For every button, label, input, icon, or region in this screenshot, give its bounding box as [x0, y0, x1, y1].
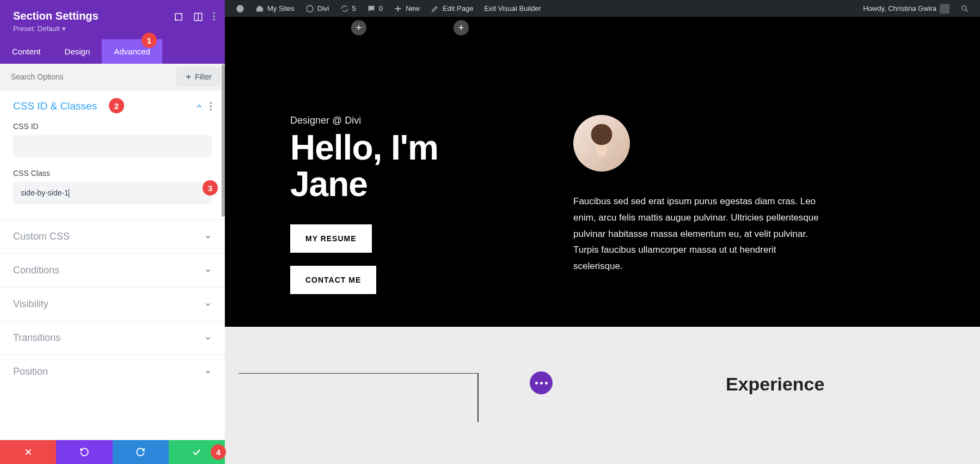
svg-point-7 — [236, 5, 243, 12]
accordion-custom-css[interactable]: Custom CSS — [0, 219, 225, 253]
css-class-label: CSS Class — [13, 169, 212, 178]
settings-sidebar: Section Settings Preset: Default ▾ Conte… — [0, 0, 225, 464]
bottom-bar: 4 — [0, 440, 225, 464]
settings-tabs: Content Design Advanced — [0, 39, 225, 64]
experience-title: Experience — [726, 374, 824, 395]
accordion-conditions[interactable]: Conditions — [0, 253, 225, 287]
css-class-input[interactable]: side-by-side-1 — [13, 182, 212, 204]
sidebar-header: Section Settings Preset: Default ▾ — [0, 0, 225, 39]
section-open-title: CSS ID & Classes — [13, 100, 97, 112]
cancel-button[interactable] — [0, 440, 56, 464]
hero-description: Faucibus sed sed erat ipsum purus egesta… — [573, 193, 824, 274]
profile-avatar — [573, 115, 630, 172]
chevron-up-icon[interactable] — [195, 102, 203, 110]
hero-section: + + Designer @ Divi Hello, I'm Jane MY R… — [225, 17, 980, 327]
resume-button[interactable]: MY RESUME — [290, 224, 372, 253]
decorative-line — [238, 373, 696, 422]
edit-page-link[interactable]: Edit Page — [425, 4, 479, 13]
expand-icon[interactable] — [174, 12, 183, 22]
search-row: Filter — [0, 64, 225, 90]
annotation-badge-1: 1 — [142, 33, 157, 48]
user-avatar-icon — [940, 4, 950, 14]
site-name-link[interactable]: Divi — [300, 4, 335, 13]
accordion-visibility[interactable]: Visibility — [0, 287, 225, 321]
new-link[interactable]: New — [388, 4, 425, 13]
wp-admin-bar: My Sites Divi 5 0 New Edit Page Exit Vis… — [225, 0, 980, 17]
css-id-label: CSS ID — [13, 122, 212, 131]
exit-visual-builder-link[interactable]: Exit Visual Builder — [479, 4, 547, 13]
howdy-user[interactable]: Howdy, Christina Gwira — [857, 4, 955, 14]
chevron-down-icon — [204, 233, 212, 241]
accordion-transitions[interactable]: Transitions — [0, 321, 225, 355]
add-module-button[interactable]: + — [351, 20, 366, 35]
chevron-down-icon — [204, 267, 212, 274]
contact-button[interactable]: CONTACT ME — [290, 266, 376, 294]
experience-section: Experience — [225, 327, 980, 359]
hero-title: Hello, I'm Jane — [290, 130, 519, 203]
annotation-badge-4: 4 — [211, 444, 226, 460]
chevron-down-icon — [204, 368, 212, 376]
my-sites-link[interactable]: My Sites — [250, 4, 300, 13]
chevron-down-icon — [204, 334, 212, 342]
svg-point-8 — [307, 5, 313, 12]
add-module-button[interactable]: + — [454, 20, 469, 35]
svg-point-11 — [962, 5, 966, 10]
hero-subtitle: Designer @ Divi — [290, 115, 519, 126]
chevron-down-icon — [204, 301, 212, 308]
svg-rect-0 — [175, 14, 182, 20]
tab-content[interactable]: Content — [0, 39, 53, 64]
annotation-badge-2: 2 — [109, 98, 124, 113]
save-button[interactable]: 4 — [169, 440, 225, 464]
filter-button[interactable]: Filter — [176, 67, 220, 87]
search-input[interactable] — [0, 65, 176, 89]
filter-label: Filter — [195, 72, 212, 81]
section-more-icon[interactable] — [210, 102, 212, 111]
wp-logo-icon[interactable] — [230, 4, 250, 13]
main-canvas: My Sites Divi 5 0 New Edit Page Exit Vis… — [225, 0, 980, 464]
layout-icon[interactable] — [193, 12, 203, 22]
comments-link[interactable]: 0 — [362, 4, 388, 13]
accordion-position[interactable]: Position — [0, 355, 225, 388]
undo-button[interactable] — [56, 440, 112, 464]
svg-line-12 — [966, 10, 967, 11]
annotation-badge-3: 3 — [203, 180, 218, 196]
updates-link[interactable]: 5 — [335, 4, 362, 13]
preset-select[interactable]: Preset: Default ▾ — [13, 25, 212, 33]
panel-body: CSS ID & Classes 2 CSS ID CSS Class side… — [0, 90, 225, 440]
search-icon[interactable] — [955, 4, 975, 13]
more-icon[interactable] — [213, 12, 215, 21]
css-id-input[interactable] — [13, 135, 212, 157]
redo-button[interactable] — [113, 440, 169, 464]
tab-design[interactable]: Design — [53, 39, 102, 64]
